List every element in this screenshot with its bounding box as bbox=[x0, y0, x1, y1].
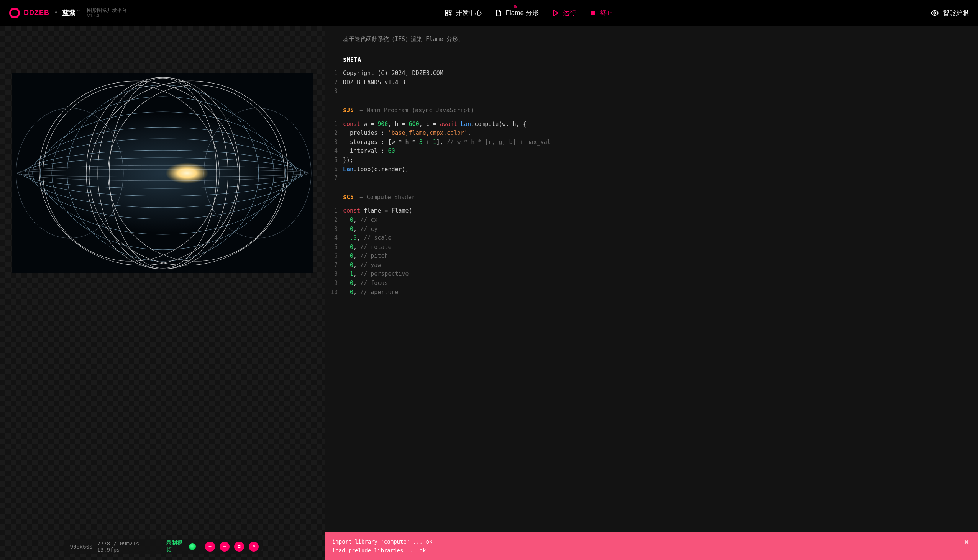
svg-point-21 bbox=[16, 108, 124, 238]
code-line[interactable]: 10 0, // aperture bbox=[325, 288, 978, 297]
code-line[interactable]: 1const w = 900, h = 600, c = await Lan.c… bbox=[325, 120, 978, 129]
line-number: 4 bbox=[325, 233, 343, 243]
svg-point-5 bbox=[29, 139, 297, 208]
code-editor[interactable]: 基于迭代函数系统（IFS）渲染 Flame 分形。 $META 1Copyrig… bbox=[325, 26, 978, 532]
meta-section-tag: $META bbox=[343, 56, 361, 63]
logo-icon bbox=[9, 8, 20, 18]
line-number: 10 bbox=[325, 288, 343, 297]
code-content bbox=[343, 87, 978, 96]
code-line[interactable]: 8 1, // perspective bbox=[325, 270, 978, 279]
cs-code-block: 1const flame = Flame(2 0, // cx3 0, // c… bbox=[325, 202, 978, 297]
code-content: 0, // aperture bbox=[343, 288, 978, 297]
code-content: 1, // perspective bbox=[343, 270, 978, 279]
dev-center-button[interactable]: 开发中心 bbox=[444, 8, 482, 17]
code-line[interactable]: 5}); bbox=[325, 156, 978, 165]
dev-center-label: 开发中心 bbox=[456, 8, 482, 17]
line-number: 7 bbox=[325, 174, 343, 183]
code-line[interactable]: 7 0, // yaw bbox=[325, 261, 978, 270]
code-line[interactable]: 4 interval : 60 bbox=[325, 147, 978, 156]
stop-label: 终止 bbox=[600, 8, 613, 17]
zoom-out-button[interactable] bbox=[220, 542, 230, 552]
line-number: 2 bbox=[325, 216, 343, 225]
eye-care-button[interactable]: 智能护眼 bbox=[930, 8, 969, 17]
svg-point-13 bbox=[24, 73, 238, 273]
reset-view-button[interactable] bbox=[234, 542, 244, 552]
svg-point-7 bbox=[40, 112, 285, 234]
run-button[interactable]: 运行 bbox=[552, 8, 576, 17]
js-code-block: 1const w = 900, h = 600, c = await Lan.c… bbox=[325, 115, 978, 183]
code-content: DDZEB LANDS v1.4.3 bbox=[343, 78, 978, 87]
line-number: 9 bbox=[325, 279, 343, 288]
record-button[interactable]: 录制视频 bbox=[166, 540, 195, 553]
code-content: preludes : 'base,flame,cmpx,color', bbox=[343, 129, 978, 138]
code-line[interactable]: 9 0, // focus bbox=[325, 279, 978, 288]
code-line[interactable]: 1Copyright (C) 2024, DDZEB.COM bbox=[325, 69, 978, 78]
play-icon bbox=[552, 9, 559, 17]
code-content: 0, // cy bbox=[343, 225, 978, 234]
svg-rect-2 bbox=[445, 13, 447, 16]
console-output: import library 'compute' ... ok load pre… bbox=[332, 537, 954, 555]
line-number: 2 bbox=[325, 78, 343, 87]
console-panel: import library 'compute' ... ok load pre… bbox=[325, 532, 978, 560]
notification-dot-icon bbox=[514, 5, 517, 8]
brand-block[interactable]: DDZEB • 蓝紫™ 图形图像开发平台 V1.4.3 bbox=[9, 8, 127, 18]
code-content: 0, // yaw bbox=[343, 261, 978, 270]
eye-care-label: 智能护眼 bbox=[943, 8, 969, 17]
code-content: 0, // cx bbox=[343, 216, 978, 225]
code-content: Lan.loop(c.render); bbox=[343, 165, 978, 174]
code-line[interactable]: 2 preludes : 'base,flame,cmpx,color', bbox=[325, 129, 978, 138]
code-line[interactable]: 6Lan.loop(c.render); bbox=[325, 165, 978, 174]
meta-code-block: 1Copyright (C) 2024, DDZEB.COM2DDZEB LAN… bbox=[325, 64, 978, 96]
code-line[interactable]: 7 bbox=[325, 174, 978, 183]
stop-icon bbox=[589, 9, 597, 17]
line-number: 8 bbox=[325, 270, 343, 279]
stop-button[interactable]: 终止 bbox=[589, 8, 613, 17]
code-line[interactable]: 1const flame = Flame( bbox=[325, 207, 978, 216]
document-icon bbox=[495, 9, 502, 17]
code-line[interactable]: 6 0, // pitch bbox=[325, 252, 978, 261]
file-button[interactable]: Flame 分形 bbox=[495, 8, 539, 17]
console-close-button[interactable] bbox=[962, 537, 971, 549]
record-dot-icon bbox=[189, 543, 195, 550]
viewport-status-bar: 900x600 7778 / 09m21s 13.9fps 录制视频 bbox=[63, 539, 262, 554]
code-editor-pane: 基于迭代函数系统（IFS）渲染 Flame 分形。 $META 1Copyrig… bbox=[325, 26, 978, 560]
line-number: 5 bbox=[325, 243, 343, 252]
code-line[interactable]: 4 .3, // scale bbox=[325, 233, 978, 243]
svg-rect-23 bbox=[238, 546, 240, 548]
line-number: 6 bbox=[325, 252, 343, 261]
render-canvas[interactable] bbox=[12, 73, 314, 273]
code-line[interactable]: 3 bbox=[325, 87, 978, 96]
code-line[interactable]: 3 0, // cy bbox=[325, 225, 978, 234]
svg-point-9 bbox=[67, 85, 259, 261]
code-content: 0, // focus bbox=[343, 279, 978, 288]
run-label: 运行 bbox=[563, 8, 576, 17]
code-line[interactable]: 2DDZEB LANDS v1.4.3 bbox=[325, 78, 978, 87]
open-external-button[interactable] bbox=[249, 542, 259, 552]
code-content: storages : [w * h * 3 + 1], // w * h * [… bbox=[343, 138, 978, 147]
app-header: DDZEB • 蓝紫™ 图形图像开发平台 V1.4.3 开发中心 bbox=[0, 0, 978, 26]
js-section-subtitle: — Main Program (async JavaScript) bbox=[360, 107, 474, 114]
code-line[interactable]: 3 storages : [w * h * 3 + 1], // w * h *… bbox=[325, 138, 978, 147]
code-content: }); bbox=[343, 156, 978, 165]
line-number: 7 bbox=[325, 261, 343, 270]
svg-point-14 bbox=[74, 73, 302, 273]
code-line[interactable]: 5 0, // rotate bbox=[325, 243, 978, 252]
svg-rect-0 bbox=[445, 10, 447, 12]
js-section-tag: $JS bbox=[343, 107, 354, 114]
svg-point-10 bbox=[25, 150, 301, 196]
svg-rect-1 bbox=[449, 10, 451, 12]
zoom-in-button[interactable] bbox=[205, 542, 215, 552]
code-line[interactable]: 2 0, // cx bbox=[325, 216, 978, 225]
line-number: 4 bbox=[325, 147, 343, 156]
brand-name: DDZEB bbox=[24, 9, 49, 17]
svg-point-11 bbox=[21, 158, 305, 188]
render-viewport: 900x600 7778 / 09m21s 13.9fps 录制视频 bbox=[0, 26, 325, 560]
code-content: 0, // pitch bbox=[343, 252, 978, 261]
line-number: 1 bbox=[325, 207, 343, 216]
svg-point-4 bbox=[933, 12, 936, 14]
status-time: 09m21s bbox=[120, 540, 140, 547]
line-number: 2 bbox=[325, 129, 343, 138]
code-content: .3, // scale bbox=[343, 233, 978, 243]
svg-point-15 bbox=[89, 73, 303, 273]
line-number: 5 bbox=[325, 156, 343, 165]
